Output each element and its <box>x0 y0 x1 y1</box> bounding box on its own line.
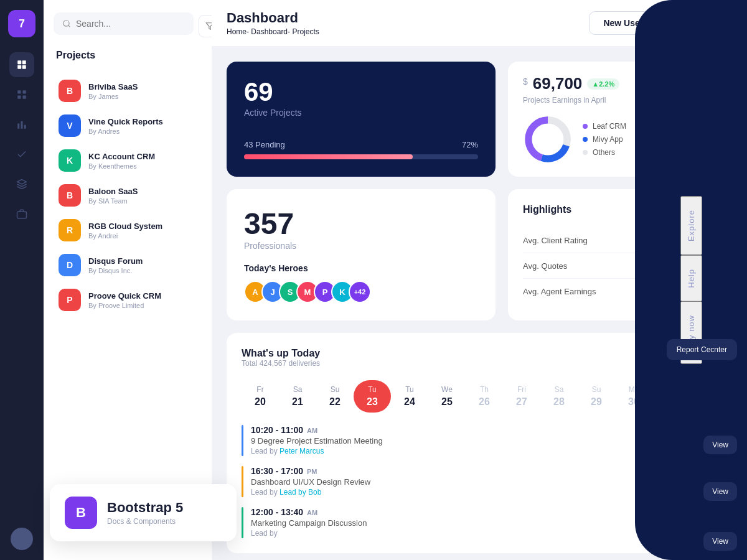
cal-day-name: Tu <box>405 385 414 394</box>
nav-avatar: 7 <box>8 10 35 37</box>
cal-day-name: Sa <box>293 385 303 394</box>
cal-day[interactable]: Tu 23 <box>354 380 391 413</box>
earnings-dollar: $ <box>523 77 528 86</box>
svg-rect-2 <box>17 65 21 69</box>
project-item[interactable]: R RGB Cloud System By Andrei <box>54 213 202 248</box>
event-lead: Lead by Peter Marcus <box>251 447 674 455</box>
search-input[interactable] <box>76 19 185 29</box>
cal-day[interactable]: Fri 27 <box>503 380 540 413</box>
event-lead-link[interactable]: Peter Marcus <box>280 447 324 455</box>
cal-day-num: 20 <box>255 396 266 408</box>
donut-chart <box>523 114 573 164</box>
legend-dot <box>583 124 588 129</box>
event-time: 12:00 - 13:40 AM <box>251 507 674 517</box>
nav-icon-chart[interactable] <box>9 112 34 137</box>
bootstrap-icon: B <box>65 497 97 529</box>
cal-day[interactable]: Tu 24 <box>391 380 428 413</box>
heroes-label: Today's Heroes <box>244 263 478 273</box>
event-title: Dashboard UI/UX Design Review <box>251 477 674 487</box>
explore-button[interactable]: Explore <box>680 196 702 255</box>
sidebar-title: Projects <box>54 45 202 68</box>
cal-day[interactable]: Su 22 <box>316 380 354 413</box>
cal-day-name: Th <box>480 385 489 394</box>
cal-day-num: 27 <box>516 396 527 408</box>
cal-day[interactable]: Fr 20 <box>242 380 279 413</box>
nav-icon-check[interactable] <box>9 142 34 167</box>
project-item[interactable]: K KC Account CRM By Keenthemes <box>54 143 202 178</box>
cal-day[interactable]: We 25 <box>428 380 466 413</box>
highlight-name: Avg. Quotes <box>523 261 567 271</box>
page-title: Dashboard <box>227 10 319 26</box>
project-name: Briviba SaaS <box>88 82 138 91</box>
cal-day[interactable]: Sa 21 <box>279 380 316 413</box>
cal-day-name: Fri <box>517 385 526 394</box>
pending-count: 43 Pending <box>244 140 285 149</box>
svg-rect-12 <box>17 212 27 218</box>
cal-day[interactable]: Sa 28 <box>540 380 578 413</box>
nav-icon-dashboard[interactable] <box>9 82 34 107</box>
event-time: 16:30 - 17:00 PM <box>251 466 674 476</box>
event-title: 9 Degree Project Estimation Meeting <box>251 436 674 446</box>
project-name: Baloon SaaS <box>88 187 138 196</box>
report-center-button[interactable]: Report Cecnter <box>667 339 737 360</box>
earnings-badge: ▲2.2% <box>587 78 619 90</box>
cal-day-num: 23 <box>367 396 378 408</box>
cal-day[interactable]: Su 29 <box>578 380 615 413</box>
nav-icon-grid[interactable] <box>9 52 34 77</box>
view-button-3[interactable]: View <box>703 532 737 551</box>
cal-day-name: We <box>441 385 453 394</box>
nav-icon-briefcase[interactable] <box>9 202 34 226</box>
cal-day[interactable]: Th 26 <box>466 380 503 413</box>
project-logo: K <box>59 149 81 172</box>
project-by: By Proove Limited <box>88 302 161 309</box>
project-by: By SIA Team <box>88 197 138 205</box>
event-info: 12:00 - 13:40 AM Marketing Campaign Disc… <box>251 507 674 538</box>
user-avatar[interactable] <box>11 528 33 550</box>
search-bar[interactable] <box>54 12 194 35</box>
svg-rect-4 <box>17 90 21 93</box>
project-item[interactable]: P Proove Quick CRM By Proove Limited <box>54 282 202 317</box>
project-item[interactable]: B Baloon SaaS By SIA Team <box>54 178 202 213</box>
sidebar: Projects B Briviba SaaS By James V Vine … <box>44 0 212 560</box>
svg-rect-9 <box>21 121 23 129</box>
project-item[interactable]: V Vine Quick Reports By Andres <box>54 108 202 143</box>
view-button-1[interactable]: View <box>703 436 737 454</box>
svg-rect-8 <box>17 124 19 129</box>
project-logo: D <box>59 254 81 276</box>
project-logo: V <box>59 114 81 137</box>
project-item[interactable]: D Disqus Forum By Disqus Inc. <box>54 248 202 282</box>
project-item[interactable]: B Briviba SaaS By James <box>54 73 202 108</box>
nav-icon-layers[interactable] <box>9 172 34 197</box>
legend-dot <box>583 137 588 142</box>
help-button[interactable]: Help <box>680 255 702 302</box>
svg-rect-0 <box>17 60 21 64</box>
project-name: Proove Quick CRM <box>88 291 161 301</box>
svg-rect-1 <box>22 60 26 64</box>
project-by: By Keenthemes <box>88 162 155 170</box>
progress-percent: 72% <box>462 140 478 149</box>
search-icon <box>62 19 71 28</box>
project-by: By Andres <box>88 128 163 135</box>
professionals-number: 357 <box>244 207 478 241</box>
right-panel: Explore Help Buy now <box>635 0 747 560</box>
svg-line-14 <box>68 26 70 27</box>
project-name: RGB Cloud System <box>88 222 162 231</box>
filter-button[interactable] <box>199 15 212 37</box>
cal-day-num: 22 <box>329 396 341 408</box>
event-lead: Lead by <box>251 529 674 538</box>
event-lead: Lead by Lead by Bob <box>251 488 674 497</box>
event-bar <box>242 466 243 497</box>
svg-marker-15 <box>206 23 212 30</box>
svg-rect-7 <box>17 96 21 99</box>
bootstrap-overlay: B Bootstrap 5 Docs & Components <box>50 484 237 541</box>
active-projects-card: 69 Active Projects 43 Pending 72% <box>227 62 496 177</box>
professionals-label: Professionals <box>244 241 478 251</box>
svg-rect-10 <box>24 125 26 129</box>
event-lead-link[interactable]: Lead by Bob <box>280 488 321 497</box>
cal-day-name: Su <box>331 385 340 394</box>
view-button-2[interactable]: View <box>703 482 737 501</box>
project-by: By Disqus Inc. <box>88 267 143 274</box>
cal-day-name: Fr <box>256 385 263 394</box>
active-projects-label: Active Projects <box>244 108 478 118</box>
project-name: KC Account CRM <box>88 152 155 161</box>
